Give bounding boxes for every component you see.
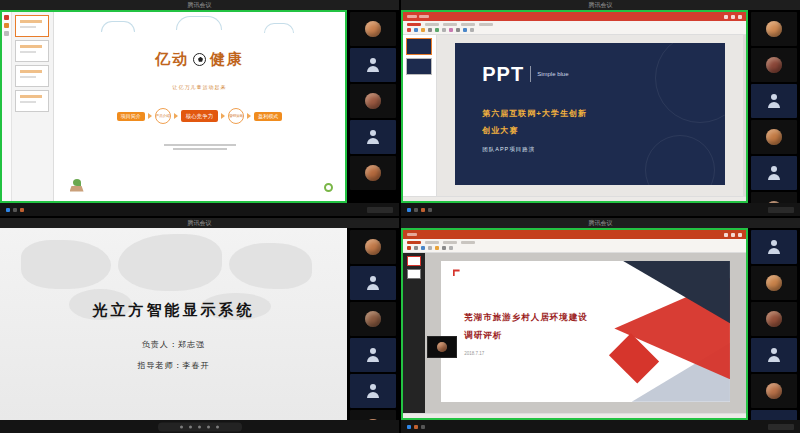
ribbon-tab[interactable] (425, 23, 439, 26)
slide-thumbnail-panel[interactable] (403, 253, 425, 413)
ribbon-icon[interactable] (456, 28, 460, 32)
start-icon[interactable] (407, 425, 411, 429)
slide-thumbnail[interactable] (15, 90, 49, 112)
participant-tile[interactable] (751, 410, 797, 420)
participant-tile[interactable] (751, 84, 797, 118)
participant-tile[interactable] (751, 48, 797, 82)
ribbon-tab[interactable] (461, 23, 475, 26)
ribbon-icon[interactable] (421, 246, 425, 250)
ribbon-tabs[interactable] (407, 241, 742, 244)
slide-thumbnail[interactable] (407, 256, 421, 266)
taskbar-app-icon[interactable] (421, 425, 425, 429)
participant-tile[interactable] (751, 302, 797, 336)
ribbon-icon[interactable] (414, 28, 418, 32)
participant-tile[interactable] (350, 48, 396, 82)
start-icon[interactable] (407, 208, 411, 212)
taskbar-app-icon[interactable] (13, 208, 17, 212)
taskbar[interactable] (401, 203, 800, 216)
participant-tile[interactable] (350, 84, 396, 118)
system-tray[interactable] (768, 207, 794, 213)
participant-tile[interactable] (350, 230, 396, 264)
slide-thumbnail[interactable] (15, 15, 49, 37)
maximize-icon[interactable] (731, 233, 735, 237)
ribbon-tab[interactable] (425, 241, 439, 244)
mic-icon[interactable] (180, 425, 183, 428)
ribbon-icons[interactable] (407, 28, 742, 32)
taskbar[interactable] (401, 420, 800, 433)
app-vertical-toolbar[interactable] (2, 12, 12, 201)
meeting-controls[interactable] (158, 422, 242, 431)
ribbon-tab[interactable] (407, 241, 421, 244)
participant-tile[interactable] (350, 410, 396, 420)
ribbon-tab[interactable] (443, 241, 457, 244)
ribbon-icon[interactable] (442, 28, 446, 32)
share-icon[interactable] (198, 425, 201, 428)
maximize-icon[interactable] (731, 15, 735, 19)
ribbon-icon[interactable] (470, 28, 474, 32)
ribbon-icons[interactable] (407, 246, 742, 250)
taskbar[interactable] (0, 203, 399, 216)
ribbon-icon[interactable] (435, 28, 439, 32)
participant-tile[interactable] (350, 266, 396, 300)
participant-tile[interactable] (350, 374, 396, 408)
taskbar-app-icon[interactable] (421, 208, 425, 212)
ribbon-tabs[interactable] (407, 23, 742, 26)
ribbon-icon[interactable] (407, 246, 411, 250)
participant-tile[interactable] (751, 156, 797, 190)
ribbon-tab[interactable] (407, 23, 421, 26)
ribbon-icon[interactable] (421, 28, 425, 32)
ribbon-icon[interactable] (442, 246, 446, 250)
slide-thumbnail[interactable] (15, 40, 49, 62)
system-tray[interactable] (367, 207, 393, 213)
taskbar-app-icon[interactable] (414, 425, 418, 429)
meeting-control-bar[interactable] (0, 420, 399, 433)
ribbon-toolbar[interactable] (403, 21, 746, 35)
tool-icon[interactable] (4, 31, 9, 36)
ribbon-tab[interactable] (461, 241, 475, 244)
tool-icon[interactable] (4, 23, 9, 28)
taskbar-app-icon[interactable] (414, 208, 418, 212)
minimize-icon[interactable] (724, 15, 728, 19)
participant-tile[interactable] (751, 192, 797, 203)
start-icon[interactable] (6, 208, 10, 212)
participant-tile[interactable] (350, 156, 396, 190)
participant-tile[interactable] (751, 230, 797, 264)
ribbon-icon[interactable] (407, 28, 411, 32)
ribbon-icon[interactable] (449, 246, 453, 250)
participant-tile[interactable] (350, 302, 396, 336)
participant-tile[interactable] (751, 12, 797, 46)
ribbon-tab[interactable] (443, 23, 457, 26)
ribbon-icon[interactable] (414, 246, 418, 250)
members-icon[interactable] (207, 425, 210, 428)
participant-tile[interactable] (350, 120, 396, 154)
slide-thumbnail[interactable] (406, 38, 432, 55)
close-icon[interactable] (738, 15, 742, 19)
participant-tile[interactable] (751, 374, 797, 408)
ribbon-icon[interactable] (463, 28, 467, 32)
ribbon-icon[interactable] (428, 28, 432, 32)
participant-tile[interactable] (350, 338, 396, 372)
ribbon-icon[interactable] (428, 246, 432, 250)
slide-thumbnail[interactable] (15, 65, 49, 87)
ribbon-icon[interactable] (435, 246, 439, 250)
close-icon[interactable] (738, 233, 742, 237)
camera-icon[interactable] (189, 425, 192, 428)
slide-thumbnail-panel[interactable] (12, 12, 54, 201)
slide-thumbnail-panel[interactable] (403, 35, 437, 196)
ribbon-tab[interactable] (479, 23, 493, 26)
participant-tile[interactable] (751, 266, 797, 300)
participant-tile[interactable] (751, 338, 797, 372)
ribbon-icon[interactable] (449, 28, 453, 32)
system-tray[interactable] (768, 424, 794, 430)
ribbon-toolbar[interactable] (403, 239, 746, 253)
taskbar-app-icon[interactable] (20, 208, 24, 212)
app-icon[interactable] (4, 15, 9, 20)
slide-thumbnail[interactable] (407, 269, 421, 279)
minimize-icon[interactable] (724, 233, 728, 237)
participant-tile[interactable] (751, 120, 797, 154)
floating-camera-overlay[interactable] (427, 336, 457, 358)
taskbar-app-icon[interactable] (428, 208, 432, 212)
slide-thumbnail[interactable] (406, 58, 432, 75)
participant-tile[interactable] (350, 12, 396, 46)
more-icon[interactable] (216, 425, 219, 428)
